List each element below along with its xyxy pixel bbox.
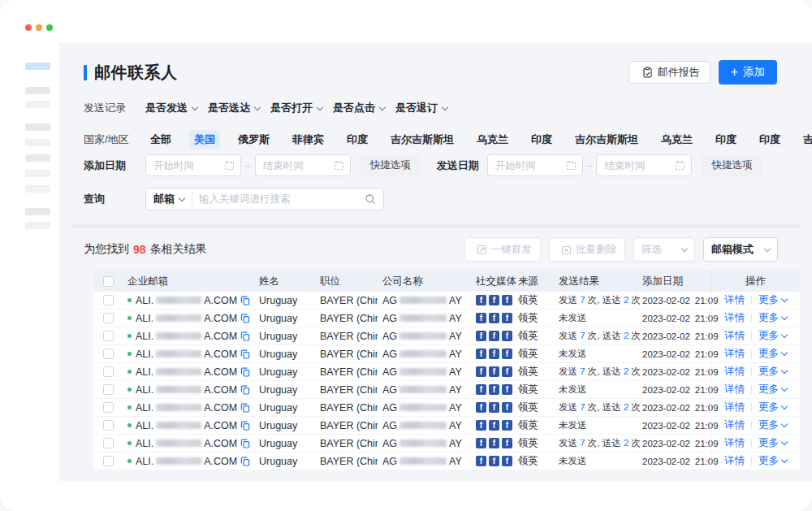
facebook-icon[interactable]: f (502, 331, 512, 341)
window-maximize-control[interactable] (46, 24, 53, 31)
country-tag[interactable]: 吉尔吉斯斯坦 (386, 130, 459, 149)
row-checkbox[interactable] (103, 366, 114, 377)
copy-icon[interactable] (240, 403, 250, 413)
search-input[interactable] (192, 193, 365, 205)
send-filter-dropdown[interactable]: 是否退订 (395, 101, 447, 115)
row-checkbox[interactable] (103, 420, 114, 431)
facebook-icon[interactable]: f (502, 295, 512, 305)
facebook-icon[interactable]: f (502, 349, 512, 359)
country-tag[interactable]: 俄罗斯 (233, 130, 274, 149)
row-detail-link[interactable]: 详情 (724, 383, 745, 396)
row-detail-link[interactable]: 详情 (724, 329, 745, 343)
row-more-link[interactable]: 更多 (758, 293, 787, 307)
bulk-delete-button[interactable]: 批量删除 (549, 237, 625, 262)
row-detail-link[interactable]: 详情 (724, 293, 745, 307)
add-date-end-input[interactable] (263, 160, 330, 171)
row-detail-link[interactable]: 详情 (724, 436, 745, 450)
send-date-start-input[interactable] (495, 160, 563, 171)
send-filter-dropdown[interactable]: 是否打开 (270, 101, 322, 115)
copy-icon[interactable] (240, 314, 250, 323)
facebook-icon[interactable]: f (489, 295, 499, 305)
facebook-icon[interactable]: f (476, 438, 486, 448)
row-more-link[interactable]: 更多 (758, 436, 787, 450)
send-date-end-input[interactable] (604, 160, 672, 171)
facebook-icon[interactable]: f (502, 420, 512, 431)
country-tag[interactable]: 印度 (754, 130, 785, 149)
country-tag[interactable]: 吉尔吉斯斯坦 (798, 130, 812, 149)
window-minimize-control[interactable] (36, 24, 42, 31)
send-filter-dropdown[interactable]: 是否送达 (208, 101, 260, 115)
copy-icon[interactable] (240, 421, 250, 431)
copy-icon[interactable] (240, 349, 250, 359)
country-tag[interactable]: 乌克兰 (656, 130, 698, 149)
facebook-icon[interactable]: f (502, 384, 512, 395)
facebook-icon[interactable]: f (476, 313, 486, 323)
copy-icon[interactable] (240, 331, 250, 341)
copy-icon[interactable] (240, 296, 250, 305)
facebook-icon[interactable]: f (476, 349, 486, 359)
row-detail-link[interactable]: 详情 (724, 347, 745, 361)
row-detail-link[interactable]: 详情 (724, 418, 745, 432)
row-checkbox[interactable] (103, 402, 114, 413)
country-tag[interactable]: 乌克兰 (472, 130, 513, 149)
facebook-icon[interactable]: f (476, 402, 486, 413)
facebook-icon[interactable]: f (502, 313, 512, 323)
window-close-control[interactable] (25, 24, 32, 31)
country-tag[interactable]: 全部 (145, 130, 176, 149)
mailbox-mode-select[interactable]: 邮箱模式 (703, 237, 778, 262)
mail-report-button[interactable]: 邮件报告 (628, 61, 710, 84)
row-more-link[interactable]: 更多 (758, 365, 787, 379)
copy-icon[interactable] (240, 367, 250, 377)
facebook-icon[interactable]: f (489, 313, 499, 323)
row-detail-link[interactable]: 详情 (724, 365, 745, 379)
country-tag[interactable]: 印度 (526, 130, 557, 149)
facebook-icon[interactable]: f (502, 402, 512, 413)
row-checkbox[interactable] (103, 331, 114, 341)
row-more-link[interactable]: 更多 (758, 347, 787, 361)
send-filter-dropdown[interactable]: 是否发送 (145, 101, 197, 115)
row-checkbox[interactable] (103, 456, 114, 466)
filter-select[interactable]: 筛选 (633, 237, 695, 262)
row-more-link[interactable]: 更多 (758, 311, 787, 325)
bulk-send-button[interactable]: 一键群发 (464, 237, 541, 262)
facebook-icon[interactable]: f (476, 366, 486, 377)
copy-icon[interactable] (240, 457, 250, 466)
copy-icon[interactable] (240, 439, 250, 448)
row-more-link[interactable]: 更多 (758, 329, 787, 343)
row-more-link[interactable]: 更多 (758, 401, 787, 414)
row-checkbox[interactable] (103, 438, 114, 448)
country-tag[interactable]: 美国 (189, 130, 220, 149)
facebook-icon[interactable]: f (489, 438, 499, 448)
copy-icon[interactable] (240, 385, 250, 395)
facebook-icon[interactable]: f (502, 366, 512, 377)
row-checkbox[interactable] (103, 313, 114, 323)
facebook-icon[interactable]: f (476, 384, 486, 395)
add-date-quick-button[interactable]: 快捷选项 (361, 154, 421, 176)
row-more-link[interactable]: 更多 (758, 454, 787, 468)
facebook-icon[interactable]: f (476, 331, 486, 341)
facebook-icon[interactable]: f (489, 331, 499, 341)
row-detail-link[interactable]: 详情 (724, 454, 745, 468)
facebook-icon[interactable]: f (476, 420, 486, 431)
add-date-start-input[interactable] (153, 160, 221, 171)
row-detail-link[interactable]: 详情 (724, 311, 745, 325)
facebook-icon[interactable]: f (476, 456, 486, 466)
facebook-icon[interactable]: f (502, 456, 512, 466)
facebook-icon[interactable]: f (489, 366, 499, 377)
country-tag[interactable]: 吉尔吉斯斯坦 (570, 130, 643, 149)
country-tag[interactable]: 印度 (710, 130, 741, 149)
row-checkbox[interactable] (103, 384, 114, 395)
row-more-link[interactable]: 更多 (758, 383, 787, 396)
facebook-icon[interactable]: f (489, 456, 499, 466)
country-tag[interactable]: 印度 (342, 130, 373, 149)
row-checkbox[interactable] (103, 349, 114, 359)
facebook-icon[interactable]: f (502, 438, 512, 448)
add-button[interactable]: + 添加 (719, 60, 777, 84)
query-field-select[interactable]: 邮箱 (146, 188, 192, 210)
row-checkbox[interactable] (103, 295, 114, 305)
search-icon[interactable] (365, 193, 376, 205)
facebook-icon[interactable]: f (489, 384, 499, 395)
row-detail-link[interactable]: 详情 (724, 401, 745, 414)
send-filter-dropdown[interactable]: 是否点击 (333, 101, 385, 115)
send-date-quick-button[interactable]: 快捷选项 (702, 154, 762, 176)
